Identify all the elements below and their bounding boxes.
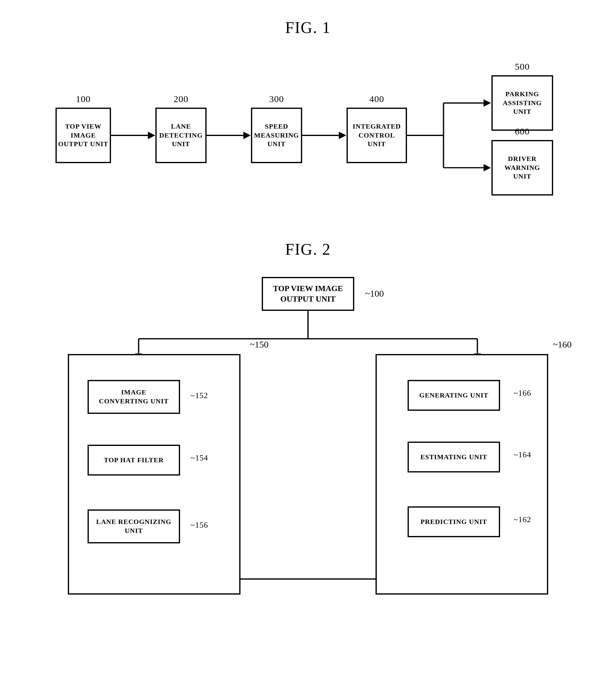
label-152: ~152 [191, 390, 208, 401]
svg-marker-3 [243, 132, 251, 139]
top-view-text: TOP VIEW IMAGE OUTPUT UNIT [273, 283, 343, 304]
fig1-diagram: 100 TOP VIEW IMAGE OUTPUT UNIT 200 LANE … [25, 55, 591, 209]
label-162: ~162 [514, 514, 531, 525]
label-150: ~150 [250, 339, 268, 350]
label-200: 200 [174, 93, 189, 105]
label-300: 300 [269, 93, 284, 105]
top-view-output-unit: TOP VIEW IMAGE OUTPUT UNIT ~100 [262, 277, 354, 311]
block-164: ESTIMATING UNIT ~164 [408, 442, 500, 472]
block-154: TOP HAT FILTER ~154 [88, 445, 180, 475]
svg-marker-11 [483, 164, 491, 171]
block-200-text: LANE DETECTING UNIT [159, 122, 202, 149]
container-160: ~160 GENERATING UNIT ~166 ESTIMATING UNI… [375, 354, 548, 595]
block-200: 200 LANE DETECTING UNIT [155, 108, 206, 163]
block-156: LANE RECOGNIZING UNIT ~156 [88, 510, 180, 543]
block-166-text: GENERATING UNIT [419, 391, 488, 400]
label-400: 400 [369, 93, 384, 105]
block-600-text: DRIVER WARNING UNIT [504, 154, 540, 181]
block-500-text: PARKING ASSISTING UNIT [503, 90, 542, 116]
fig2-title: FIG. 2 [25, 240, 591, 258]
label-166: ~166 [514, 388, 531, 399]
block-300-text: SPEED MEASURING UNIT [254, 122, 299, 149]
container-150: ~150 IMAGE CONVERTING UNIT ~152 TOP HAT … [68, 354, 241, 595]
svg-marker-1 [148, 132, 155, 139]
block-162: PREDICTING UNIT ~162 [408, 506, 500, 537]
block-164-text: ESTIMATING UNIT [420, 453, 487, 462]
label-164: ~164 [514, 450, 531, 460]
block-600: 600 DRIVER WARNING UNIT [491, 140, 553, 195]
svg-marker-5 [339, 132, 346, 139]
label-156: ~156 [191, 520, 208, 530]
block-300: 300 SPEED MEASURING UNIT [251, 108, 302, 163]
page-container: FIG. 1 100 TOP VIEW [0, 0, 616, 684]
block-152: IMAGE CONVERTING UNIT ~152 [88, 380, 180, 414]
block-500: 500 PARKING ASSISTING UNIT [491, 75, 553, 131]
label-160: ~160 [553, 339, 572, 350]
block-400-text: INTEGRATED CONTROL UNIT [353, 122, 401, 149]
label-600: 600 [515, 125, 530, 137]
label-100: 100 [76, 93, 91, 105]
label-500: 500 [515, 61, 530, 72]
block-162-text: PREDICTING UNIT [420, 517, 487, 527]
top-view-label-100: ~100 [365, 287, 384, 299]
fig1-title: FIG. 1 [25, 19, 591, 37]
block-100-text: TOP VIEW IMAGE OUTPUT UNIT [58, 122, 109, 149]
block-100: 100 TOP VIEW IMAGE OUTPUT UNIT [56, 108, 111, 163]
block-152-text: IMAGE CONVERTING UNIT [99, 388, 169, 406]
block-154-text: TOP HAT FILTER [104, 456, 164, 465]
svg-marker-9 [483, 99, 491, 107]
label-154: ~154 [191, 453, 208, 463]
block-166: GENERATING UNIT ~166 [408, 380, 500, 411]
block-156-text: LANE RECOGNIZING UNIT [96, 517, 171, 535]
fig2-diagram: TOP VIEW IMAGE OUTPUT UNIT ~100 ~150 IMA… [25, 277, 591, 616]
block-400: 400 INTEGRATED CONTROL UNIT [347, 108, 407, 163]
